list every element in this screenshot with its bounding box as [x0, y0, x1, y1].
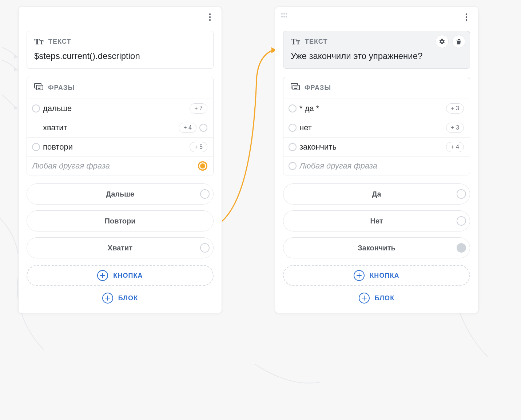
- text-block-content[interactable]: Уже закончили это упражнение?: [291, 51, 462, 61]
- phrase-placeholder: Любая другая фраза: [299, 161, 464, 171]
- phrase-placeholder-row[interactable]: Любая другая фраза: [27, 157, 213, 175]
- buttons-stack: Дальше Повтори Хватит: [27, 183, 214, 258]
- svg-marker-1: [14, 67, 17, 72]
- delete-button[interactable]: [452, 35, 465, 48]
- response-button[interactable]: Повтори: [27, 210, 214, 231]
- output-port[interactable]: [200, 243, 210, 253]
- card-left[interactable]: TT ТЕКСТ $steps.current().description ФР…: [18, 7, 222, 313]
- card-menu-icon[interactable]: [205, 12, 215, 22]
- buttons-stack: Да Нет Закончить: [283, 183, 470, 258]
- svg-rect-21: [293, 85, 299, 90]
- phrases-icon: [34, 83, 44, 93]
- output-port-active[interactable]: [198, 161, 207, 171]
- phrase-count-badge[interactable]: + 4: [446, 142, 464, 152]
- phrase-count-badge[interactable]: + 3: [446, 123, 464, 133]
- card-right[interactable]: TT ТЕКСТ Уже закончили это упражнение? Ф…: [275, 7, 478, 313]
- phrases-title: ФРАЗЫ: [48, 84, 75, 92]
- phrase-placeholder: Любая другая фраза: [32, 161, 195, 171]
- input-port[interactable]: [289, 162, 297, 170]
- svg-rect-8: [36, 85, 43, 90]
- phrase-row[interactable]: нет + 3: [283, 118, 470, 138]
- add-block-button[interactable]: БЛОК: [283, 293, 470, 304]
- text-block[interactable]: TT ТЕКСТ $steps.current().description: [27, 31, 214, 69]
- text-block-title: ТЕКСТ: [305, 38, 328, 45]
- svg-point-18: [466, 16, 467, 18]
- output-port[interactable]: [457, 243, 466, 253]
- phrase-label: дальше: [43, 104, 187, 113]
- phrase-count-badge[interactable]: + 3: [446, 103, 464, 114]
- input-port[interactable]: [289, 143, 297, 151]
- gear-icon: [439, 38, 445, 45]
- response-button-label: Да: [372, 190, 381, 198]
- drag-handle-icon[interactable]: [281, 13, 290, 19]
- phrase-label: нет: [299, 123, 443, 132]
- block-tools: [436, 35, 465, 48]
- svg-point-6: [209, 19, 211, 21]
- trash-icon: [456, 38, 462, 45]
- text-block-title: ТЕКСТ: [48, 38, 71, 45]
- svg-point-19: [466, 19, 467, 21]
- svg-point-5: [209, 16, 211, 18]
- phrase-label: закончить: [299, 142, 443, 152]
- input-port[interactable]: [32, 143, 40, 151]
- svg-point-17: [466, 13, 467, 15]
- input-port[interactable]: [32, 104, 40, 112]
- input-port[interactable]: [289, 104, 297, 112]
- response-button-label: Повтори: [105, 217, 136, 225]
- plus-circle-icon: [359, 293, 370, 304]
- phrase-row[interactable]: закончить + 4: [283, 138, 470, 157]
- input-port[interactable]: [289, 124, 297, 132]
- response-button[interactable]: Хватит: [27, 237, 214, 258]
- svg-marker-2: [14, 106, 17, 110]
- output-port[interactable]: [457, 216, 466, 226]
- phrase-label: * да *: [299, 104, 443, 113]
- settings-button[interactable]: [436, 35, 449, 48]
- add-button-label: КНОПКА: [370, 272, 399, 280]
- phrase-label: хватит: [43, 123, 176, 132]
- svg-point-12: [283, 13, 285, 15]
- card-menu-icon[interactable]: [461, 12, 472, 22]
- output-port[interactable]: [200, 189, 210, 199]
- add-block-label: БЛОК: [118, 294, 138, 302]
- output-port[interactable]: [199, 124, 207, 132]
- add-block-button[interactable]: БЛОК: [27, 293, 214, 304]
- text-block[interactable]: TT ТЕКСТ Уже закончили это упражнение?: [283, 31, 470, 69]
- response-button[interactable]: Закончить: [283, 237, 470, 258]
- phrase-placeholder-row[interactable]: Любая другая фраза: [283, 157, 470, 175]
- phrase-label: повтори: [43, 142, 187, 152]
- phrase-row[interactable]: хватит + 4: [27, 118, 213, 138]
- phrase-count-badge[interactable]: + 4: [179, 123, 196, 133]
- phrases-block: ФРАЗЫ * да * + 3 нет + 3 закончить + 4 Л…: [283, 77, 470, 175]
- svg-point-16: [286, 16, 287, 17]
- text-icon: TT: [291, 37, 301, 46]
- add-button[interactable]: КНОПКА: [27, 265, 214, 286]
- phrase-row[interactable]: дальше + 7: [27, 99, 213, 118]
- svg-point-11: [281, 13, 283, 15]
- response-button[interactable]: Дальше: [27, 183, 214, 205]
- response-button[interactable]: Нет: [283, 210, 470, 231]
- phrases-block: ФРАЗЫ дальше + 7 хватит + 4 повтори + 5 …: [27, 77, 214, 175]
- add-block-label: БЛОК: [375, 294, 394, 302]
- svg-point-13: [286, 13, 287, 15]
- plus-circle-icon: [97, 270, 108, 281]
- phrases-header: ФРАЗЫ: [27, 77, 213, 99]
- phrase-row[interactable]: повтори + 5: [27, 138, 213, 157]
- svg-marker-0: [14, 55, 17, 59]
- output-port[interactable]: [457, 189, 466, 199]
- svg-point-4: [209, 13, 211, 15]
- phrase-row[interactable]: * да * + 3: [283, 99, 470, 118]
- phrase-count-badge[interactable]: + 5: [190, 142, 207, 152]
- add-button[interactable]: КНОПКА: [283, 265, 470, 286]
- response-button-label: Закончить: [358, 244, 395, 252]
- phrases-header: ФРАЗЫ: [283, 77, 470, 99]
- phrase-count-badge[interactable]: + 7: [190, 103, 207, 114]
- text-block-content[interactable]: $steps.current().description: [34, 51, 206, 61]
- svg-point-14: [281, 16, 283, 17]
- phrases-title: ФРАЗЫ: [305, 84, 331, 92]
- plus-circle-icon: [102, 293, 113, 304]
- response-button[interactable]: Да: [283, 183, 470, 205]
- plus-circle-icon: [354, 270, 365, 281]
- svg-point-15: [283, 16, 285, 17]
- phrases-icon: [291, 83, 300, 93]
- response-button-label: Хватит: [108, 244, 132, 252]
